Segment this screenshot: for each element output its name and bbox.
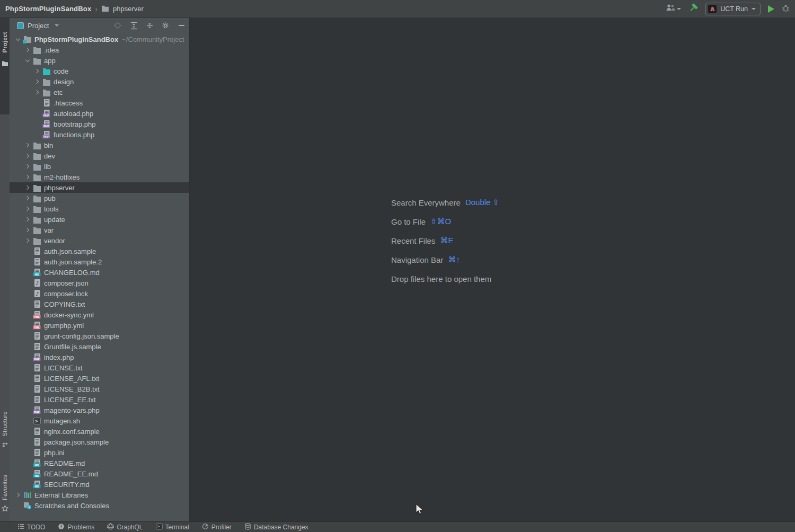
- tree-item-grunt-config-json-sample[interactable]: grunt-config.json.sample: [10, 331, 189, 341]
- tree-item-auth-json-sample[interactable]: auth.json.sample: [10, 246, 189, 256]
- tree-item-nginx-conf-sample[interactable]: nginx.conf.sample: [10, 426, 189, 437]
- tree-item-app[interactable]: app: [10, 55, 189, 66]
- tree-item-etc[interactable]: etc: [10, 87, 189, 97]
- tree-item-docker-sync-yml[interactable]: YMLdocker-sync.yml: [10, 309, 189, 320]
- statusbar-item-problems[interactable]: Problems: [58, 522, 94, 532]
- tree-item-scratches-and-consoles[interactable]: Scratches and Consoles: [10, 500, 189, 511]
- tree-item-bootstrap-php[interactable]: PHPbootstrap.php: [10, 119, 189, 129]
- tree-item-pub[interactable]: pub: [10, 193, 189, 203]
- tree-item-gruntfile-js-sample[interactable]: Gruntfile.js.sample: [10, 341, 189, 352]
- tree-chevron-icon[interactable]: [23, 59, 32, 61]
- tree-item-index-php[interactable]: PHPindex.php: [10, 352, 189, 362]
- hide-panel-button[interactable]: [176, 21, 186, 30]
- tree-item-composer-json[interactable]: ♪composer.json: [10, 278, 189, 288]
- debug-bug-icon[interactable]: [782, 4, 790, 14]
- tree-item-readme-ee-md[interactable]: MDREADME_EE.md: [10, 468, 189, 479]
- tree-item--htaccess[interactable]: .htaccess: [10, 97, 189, 108]
- tool-window-tab-project[interactable]: Project: [0, 18, 10, 114]
- run-button[interactable]: [768, 5, 774, 13]
- tree-item-vendor[interactable]: vendor: [10, 235, 189, 246]
- tree-chevron-icon[interactable]: [23, 239, 32, 242]
- tree-chevron-icon[interactable]: [23, 197, 32, 200]
- tree-item-license-txt[interactable]: LICENSE.txt: [10, 362, 189, 373]
- tree-item-code[interactable]: code: [10, 66, 189, 76]
- tree-item-license-ee-txt[interactable]: LICENSE_EE.txt: [10, 394, 189, 405]
- chevron-down-icon[interactable]: [55, 24, 59, 26]
- tree-item-security-md[interactable]: MDSECURITY.md: [10, 479, 189, 490]
- build-button[interactable]: [688, 3, 698, 15]
- project-panel-header: Project: [10, 18, 189, 33]
- tree-item-external-libraries[interactable]: External Libraries: [10, 490, 189, 500]
- tree-item-tools[interactable]: tools: [10, 203, 189, 214]
- breadcrumb-project-name[interactable]: PhpStormPluginSandBox: [5, 5, 91, 13]
- tree-chevron-icon[interactable]: [13, 493, 23, 496]
- tree-item-update[interactable]: update: [10, 214, 189, 225]
- chevron-down-icon: [677, 8, 681, 10]
- tree-item-readme-md[interactable]: MDREADME.md: [10, 458, 189, 468]
- tree-item-label: grunt-config.json.sample: [44, 332, 119, 340]
- folder-icon: [32, 226, 41, 234]
- tree-item-m2-hotfixes[interactable]: m2-hotfixes: [10, 172, 189, 182]
- tree-item-phpserver[interactable]: phpserver: [10, 182, 189, 193]
- tree-item-lib[interactable]: lib: [10, 161, 189, 172]
- tree-item-phpstormpluginsandbox[interactable]: PhpStormPluginSandBox~/CommunityProject: [10, 34, 189, 45]
- tree-chevron-icon[interactable]: [23, 207, 32, 210]
- run-configuration-select[interactable]: A UCT Run: [705, 3, 761, 15]
- tree-item-magento-vars-php[interactable]: PHPmagento-vars.php: [10, 405, 189, 415]
- breadcrumb-current-folder[interactable]: phpserver: [113, 5, 144, 13]
- hint-row: Navigation Bar⌘↑: [391, 250, 499, 269]
- tree-item-functions-php[interactable]: PHPfunctions.php: [10, 129, 189, 140]
- tree-item-label: Scratches and Consoles: [34, 502, 109, 510]
- tool-window-tab-structure[interactable]: Structure: [0, 411, 10, 450]
- tree-chevron-icon[interactable]: [23, 218, 32, 221]
- statusbar-item-profiler[interactable]: Profiler: [202, 522, 232, 532]
- folder-icon: [32, 205, 41, 213]
- tree-item-grumphp-yml[interactable]: YMLgrumphp.yml: [10, 320, 189, 331]
- expand-all-button[interactable]: [129, 21, 138, 30]
- statusbar-item-label: Database Changes: [254, 524, 308, 531]
- tree-chevron-icon[interactable]: [23, 48, 32, 51]
- tree-item-package-json-sample[interactable]: package.json.sample: [10, 437, 189, 447]
- statusbar-item-graphql[interactable]: GraphQL: [107, 522, 143, 532]
- file-text-icon: [32, 300, 41, 308]
- libraries-icon: [23, 491, 32, 499]
- tree-chevron-icon[interactable]: [32, 80, 42, 83]
- tree-item-license-b2b-txt[interactable]: LICENSE_B2B.txt: [10, 384, 189, 394]
- tree-item-auth-json-sample-2[interactable]: auth.json.sample.2: [10, 256, 189, 267]
- tree-chevron-icon[interactable]: [23, 175, 32, 179]
- tree-item--idea[interactable]: .idea: [10, 45, 189, 55]
- editor-area[interactable]: Search EverywhereDouble ⇧Go to File⇧⌘ORe…: [190, 18, 795, 521]
- tree-item-php-ini[interactable]: php.ini: [10, 447, 189, 458]
- settings-gear-icon[interactable]: [161, 21, 170, 30]
- hint-shortcut: ⌘E: [440, 236, 453, 245]
- locate-file-button[interactable]: [113, 21, 122, 30]
- folder-project-icon: [23, 35, 32, 43]
- tree-chevron-icon[interactable]: [23, 165, 32, 168]
- tree-chevron-icon[interactable]: [32, 69, 42, 73]
- tree-item-bin[interactable]: bin: [10, 140, 189, 150]
- tree-item-changelog-md[interactable]: MDCHANGELOG.md: [10, 267, 189, 278]
- title-bar: PhpStormPluginSandBox › phpserver A UCT …: [0, 0, 795, 18]
- project-view-selector[interactable]: Project: [28, 22, 49, 30]
- tree-item-license-afl-txt[interactable]: LICENSE_AFL.txt: [10, 373, 189, 384]
- tree-chevron-icon[interactable]: [32, 91, 42, 94]
- statusbar-item-database-changes[interactable]: Database Changes: [244, 522, 308, 532]
- code-with-me-button[interactable]: [666, 4, 681, 14]
- tree-item-var[interactable]: var: [10, 225, 189, 235]
- collapse-all-button[interactable]: [145, 21, 154, 30]
- tree-chevron-icon[interactable]: [23, 154, 32, 157]
- tree-chevron-icon[interactable]: [23, 228, 32, 232]
- hint-row: Search EverywhereDouble ⇧: [391, 193, 499, 212]
- tree-item-composer-lock[interactable]: ♪composer.lock: [10, 288, 189, 299]
- tree-chevron-icon[interactable]: [23, 144, 32, 147]
- statusbar-item-terminal[interactable]: >Terminal: [156, 522, 189, 532]
- tree-item-design[interactable]: design: [10, 76, 189, 87]
- tree-item-mutagen-sh[interactable]: >mutagen.sh: [10, 415, 189, 426]
- tool-window-tab-favorites[interactable]: Favorites: [0, 475, 10, 514]
- statusbar-item-todo[interactable]: TODO: [17, 522, 45, 532]
- tree-chevron-icon[interactable]: [13, 38, 23, 40]
- tree-chevron-icon[interactable]: [23, 186, 32, 189]
- tree-item-autoload-php[interactable]: PHPautoload.php: [10, 108, 189, 119]
- tree-item-copying-txt[interactable]: COPYING.txt: [10, 299, 189, 309]
- tree-item-dev[interactable]: dev: [10, 150, 189, 161]
